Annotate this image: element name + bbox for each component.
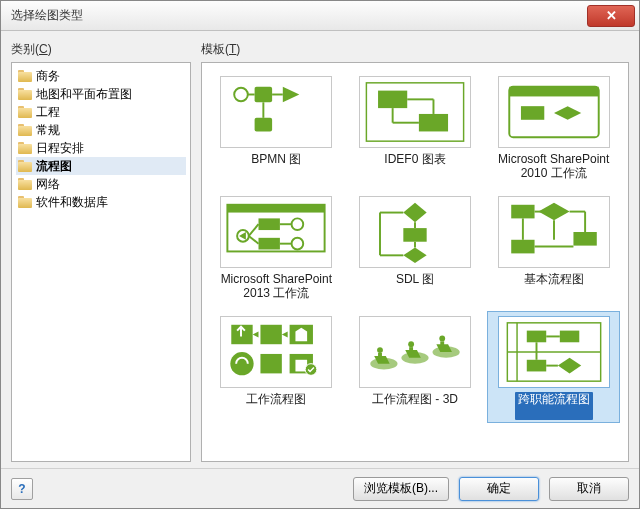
cancel-button[interactable]: 取消 [549,477,629,501]
svg-rect-9 [419,114,448,132]
templates-label: 模板(T) [201,41,629,58]
svg-rect-8 [378,91,407,109]
dialog-body: 类别(C) 商务地图和平面布置图工程常规日程安排流程图网络软件和数据库 模板(T… [1,31,639,468]
templates-grid: BPMN 图IDEF0 图表Microsoft SharePoint 2010 … [210,71,620,423]
folder-icon [18,160,32,172]
template-caption: SDL 图 [396,272,434,300]
svg-marker-56 [282,332,288,338]
svg-rect-6 [255,118,273,132]
titlebar: 选择绘图类型 ✕ [1,1,639,31]
svg-marker-2 [283,87,300,103]
category-item[interactable]: 常规 [16,121,186,139]
folder-icon [18,106,32,118]
folder-icon [18,124,32,136]
help-button[interactable]: ? [11,478,33,500]
svg-rect-31 [403,228,426,242]
dialog: 选择绘图类型 ✕ 类别(C) 商务地图和平面布置图工程常规日程安排流程图网络软件… [0,0,640,509]
ok-button[interactable]: 确定 [459,477,539,501]
svg-rect-16 [521,106,544,120]
svg-rect-22 [259,218,280,230]
close-icon: ✕ [606,8,617,23]
svg-rect-70 [559,331,578,343]
sidebar: 类别(C) 商务地图和平面布置图工程常规日程安排流程图网络软件和数据库 [11,41,191,462]
svg-rect-71 [526,360,545,372]
svg-line-26 [249,224,259,236]
template-item[interactable]: 跨职能流程图 [487,311,620,423]
template-thumbnail [359,76,471,148]
template-caption: 工作流程图 [246,392,306,420]
svg-rect-46 [511,240,534,254]
svg-rect-69 [526,331,545,343]
svg-marker-21 [239,232,246,240]
browse-button[interactable]: 浏览模板(B)... [353,477,449,501]
svg-rect-65 [440,341,444,347]
svg-marker-40 [538,203,569,221]
svg-marker-32 [403,248,426,264]
template-caption: BPMN 图 [251,152,301,180]
svg-rect-15 [509,87,598,97]
svg-rect-1 [255,87,273,103]
folder-icon [18,142,32,154]
folder-icon [18,88,32,100]
template-thumbnail [220,196,332,268]
svg-rect-49 [261,325,282,344]
category-item[interactable]: 流程图 [16,157,186,175]
svg-rect-38 [511,205,534,219]
category-label: 日程安排 [36,140,84,157]
svg-line-27 [249,236,259,244]
template-caption: IDEF0 图表 [384,152,445,180]
templates-box[interactable]: BPMN 图IDEF0 图表Microsoft SharePoint 2010 … [201,62,629,462]
template-item[interactable]: 基本流程图 [487,191,620,303]
template-thumbnail [220,316,332,388]
template-item[interactable]: SDL 图 [349,191,482,303]
svg-rect-23 [259,238,280,250]
svg-rect-52 [261,354,282,373]
svg-marker-72 [558,358,581,374]
category-label: 商务 [36,68,60,85]
svg-point-60 [377,347,383,353]
svg-marker-55 [253,332,259,338]
template-thumbnail [359,316,471,388]
template-thumbnail [498,316,610,388]
category-item[interactable]: 商务 [16,67,186,85]
category-item[interactable]: 日程安排 [16,139,186,157]
svg-rect-61 [378,353,382,359]
folder-icon [18,70,32,82]
category-label: 工程 [36,104,60,121]
category-label: 流程图 [36,158,72,175]
svg-point-0 [235,88,249,102]
template-caption: Microsoft SharePoint 2010 工作流 [490,152,617,180]
template-caption: Microsoft SharePoint 2013 工作流 [213,272,340,300]
category-item[interactable]: 网络 [16,175,186,193]
svg-point-51 [231,352,254,375]
template-thumbnail [220,76,332,148]
close-button[interactable]: ✕ [587,5,635,27]
template-item[interactable]: 工作流程图 [210,311,343,423]
help-icon: ? [18,482,25,496]
category-item[interactable]: 地图和平面布置图 [16,85,186,103]
svg-rect-63 [409,347,413,353]
template-item[interactable]: IDEF0 图表 [349,71,482,183]
window-title: 选择绘图类型 [1,7,583,24]
category-item[interactable]: 软件和数据库 [16,193,186,211]
template-item[interactable]: Microsoft SharePoint 2013 工作流 [210,191,343,303]
footer: ? 浏览模板(B)... 确定 取消 [1,468,639,508]
category-label: 网络 [36,176,60,193]
svg-rect-43 [573,232,596,246]
svg-marker-17 [554,106,581,120]
categories-tree[interactable]: 商务地图和平面布置图工程常规日程安排流程图网络软件和数据库 [11,62,191,462]
template-thumbnail [498,196,610,268]
template-item[interactable]: 工作流程图 - 3D [349,311,482,423]
folder-icon [18,196,32,208]
template-thumbnail [498,76,610,148]
svg-point-62 [408,341,414,347]
category-item[interactable]: 工程 [16,103,186,121]
main-panel: 模板(T) BPMN 图IDEF0 图表Microsoft SharePoint… [201,41,629,462]
template-item[interactable]: Microsoft SharePoint 2010 工作流 [487,71,620,183]
template-item[interactable]: BPMN 图 [210,71,343,183]
svg-rect-19 [228,205,325,213]
svg-marker-30 [403,203,426,222]
template-caption: 基本流程图 [524,272,584,300]
folder-icon [18,178,32,190]
category-label: 地图和平面布置图 [36,86,132,103]
